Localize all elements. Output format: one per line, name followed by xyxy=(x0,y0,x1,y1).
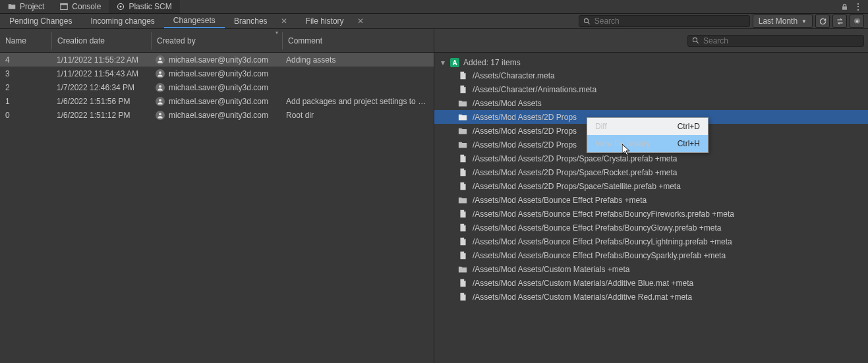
file-icon xyxy=(458,154,467,163)
file-icon xyxy=(458,279,467,288)
subtab-changesets[interactable]: Changesets xyxy=(164,14,225,28)
cell-created-by: michael.saver@unity3d.com xyxy=(150,55,281,65)
tree-item[interactable]: /Assets/Mod Assets/2D Props/Space/Rocket… xyxy=(434,165,868,179)
window-tabbar: Project Console Plastic SCM ⋮ xyxy=(0,0,868,14)
menu-item-shortcut: Ctrl+D xyxy=(678,122,700,131)
tree-item[interactable]: /Assets/Mod Assets/Bounce Effect Prefabs… xyxy=(434,248,868,262)
tab-label: Plastic SCM xyxy=(129,2,171,11)
tree-item[interactable]: /Assets/Mod Assets/Custom Materials/Addi… xyxy=(434,290,868,304)
tree-item-path: /Assets/Mod Assets/2D Props xyxy=(473,140,577,150)
search-icon xyxy=(692,37,699,44)
cell-created-by: michael.saver@unity3d.com xyxy=(150,97,281,106)
svg-line-5 xyxy=(588,22,590,24)
cell-date: 1/6/2022 1:51:12 PM xyxy=(51,111,150,120)
tree-item[interactable]: /Assets/Character.meta xyxy=(434,69,868,82)
table-row[interactable]: 41/11/2022 11:55:22 AMmichael.saver@unit… xyxy=(0,53,434,67)
tree-item-path: /Assets/Mod Assets/2D Props xyxy=(473,113,577,122)
plastic-subtabs: Pending Changes Incoming changes Changes… xyxy=(0,14,868,29)
subtab-pending-changes[interactable]: Pending Changes xyxy=(0,14,81,28)
file-icon xyxy=(458,85,467,94)
cell-created-by: michael.saver@unity3d.com xyxy=(150,69,281,78)
svg-line-13 xyxy=(697,42,699,43)
menu-item-shortcut: Ctrl+H xyxy=(678,139,700,148)
tree-item-path: /Assets/Mod Assets/Bounce Effect Prefabs… xyxy=(473,223,721,233)
table-row[interactable]: 31/11/2022 11:54:43 AMmichael.saver@unit… xyxy=(0,67,434,80)
refresh-button[interactable] xyxy=(815,14,830,28)
tree-item[interactable]: /Assets/Mod Assets/Custom Materials +met… xyxy=(434,262,868,276)
tab-project[interactable]: Project xyxy=(0,0,52,13)
subtab-branches[interactable]: Branches ✕ xyxy=(225,14,297,28)
close-icon[interactable]: ✕ xyxy=(281,16,287,26)
subtab-incoming-changes[interactable]: Incoming changes xyxy=(81,14,163,28)
column-created-by[interactable]: Created by▾ xyxy=(152,29,282,52)
lock-icon[interactable] xyxy=(841,3,848,11)
dropdown-label: Last Month xyxy=(759,16,797,26)
tree-item[interactable]: /Assets/Mod Assets/Custom Materials/Addi… xyxy=(434,276,868,290)
tree-item[interactable]: /Assets/Mod Assets/Bounce Effect Prefabs… xyxy=(434,235,868,248)
svg-point-10 xyxy=(159,99,161,101)
cell-date: 1/11/2022 11:55:22 AM xyxy=(51,55,150,65)
column-name[interactable]: Name xyxy=(0,29,51,52)
file-icon xyxy=(458,251,467,260)
more-icon[interactable]: ⋮ xyxy=(854,2,863,11)
menu-item-diff[interactable]: Diff Ctrl+D xyxy=(587,118,708,135)
table-row[interactable]: 21/7/2022 12:46:34 PMmichael.saver@unity… xyxy=(0,80,434,94)
cell-name: 3 xyxy=(0,69,51,78)
subtab-label: File history xyxy=(306,16,344,26)
table-row[interactable]: 11/6/2022 1:51:56 PMmichael.saver@unity3… xyxy=(0,94,434,108)
chevron-down-icon: ▾ xyxy=(440,58,446,67)
tree-item-path: /Assets/Mod Assets/Custom Materials +met… xyxy=(473,265,629,274)
subtab-file-history[interactable]: File history ✕ xyxy=(297,14,373,28)
added-badge: A xyxy=(450,58,459,67)
plastic-icon xyxy=(117,3,125,11)
folder-icon xyxy=(458,126,467,136)
tree-group-added[interactable]: ▾ A Added: 17 items xyxy=(434,57,868,69)
avatar-icon xyxy=(156,97,165,106)
tree-item-path: /Assets/Mod Assets/2D Props/Space/Crysta… xyxy=(473,154,677,163)
tree-item[interactable]: /Assets/Mod Assets/Bounce Effect Prefabs… xyxy=(434,207,868,221)
column-creation-date[interactable]: Creation date xyxy=(52,29,151,52)
folder-icon xyxy=(458,99,467,108)
close-icon[interactable]: ✕ xyxy=(357,16,364,26)
avatar-icon xyxy=(156,69,165,78)
cell-name: 4 xyxy=(0,55,51,65)
table-row[interactable]: 01/6/2022 1:51:12 PMmichael.saver@unity3… xyxy=(0,108,434,122)
tree-item[interactable]: /Assets/Mod Assets/2D Props/Space/Satell… xyxy=(434,179,868,193)
date-filter-dropdown[interactable]: Last Month ▼ xyxy=(753,14,813,28)
subtab-label: Branches xyxy=(234,16,268,26)
tab-plastic-scm[interactable]: Plastic SCM xyxy=(109,0,179,13)
column-comment[interactable]: Comment xyxy=(283,29,434,52)
tree-item[interactable]: /Assets/Mod Assets xyxy=(434,96,868,110)
svg-point-12 xyxy=(693,38,697,42)
svg-point-11 xyxy=(159,113,161,115)
search-input[interactable] xyxy=(594,16,745,26)
cell-comment: Adding assets xyxy=(281,55,434,65)
tab-label: Project xyxy=(20,2,44,11)
cell-created-by: michael.saver@unity3d.com xyxy=(150,83,281,92)
tab-console[interactable]: Console xyxy=(52,0,109,13)
cell-date: 1/11/2022 11:54:43 AM xyxy=(51,69,150,78)
tree-item-path: /Assets/Mod Assets xyxy=(473,99,542,108)
tree-item-path: /Assets/Mod Assets/Custom Materials/Addi… xyxy=(473,293,692,302)
search-input[interactable] xyxy=(703,36,859,45)
avatar-icon xyxy=(156,83,165,92)
menu-item-view-file-history[interactable]: View file history Ctrl+H xyxy=(587,135,708,152)
tree-item[interactable]: /Assets/Mod Assets/2D Props/Space/Crysta… xyxy=(434,152,868,165)
swap-button[interactable] xyxy=(832,14,847,28)
cell-name: 2 xyxy=(0,83,51,92)
svg-point-4 xyxy=(584,18,588,22)
toolbar-search[interactable] xyxy=(579,15,750,27)
subtab-label: Pending Changes xyxy=(9,16,72,26)
file-icon xyxy=(458,168,467,177)
cell-name: 0 xyxy=(0,111,51,120)
changeset-rows: 41/11/2022 11:55:22 AMmichael.saver@unit… xyxy=(0,53,434,363)
tree-item[interactable]: /Assets/Character/Animations.meta xyxy=(434,82,868,96)
tree-item-path: /Assets/Mod Assets/Bounce Effect Prefabs… xyxy=(473,237,732,246)
cell-name: 1 xyxy=(0,97,51,106)
detail-search[interactable] xyxy=(687,35,864,47)
cursor-icon xyxy=(622,144,633,159)
folder-icon xyxy=(8,3,16,11)
settings-button[interactable] xyxy=(850,14,864,28)
tree-item[interactable]: /Assets/Mod Assets/Bounce Effect Prefabs… xyxy=(434,193,868,207)
tree-item[interactable]: /Assets/Mod Assets/Bounce Effect Prefabs… xyxy=(434,221,868,235)
